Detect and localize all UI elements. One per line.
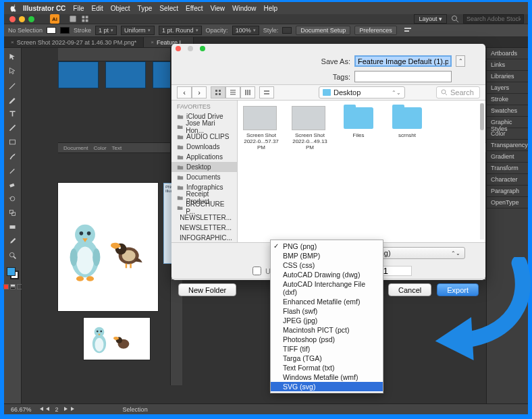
sidebar-item[interactable]: NEWSLETTER... <box>171 213 237 223</box>
preferences-button[interactable]: Preferences <box>354 26 397 35</box>
panel-opentype[interactable]: OpenType <box>487 197 528 208</box>
location-dropdown[interactable]: Desktop ⌃⌄ <box>319 86 405 99</box>
sidebar-item[interactable]: Documents <box>171 172 237 182</box>
back-icon[interactable]: ‹ <box>177 86 192 99</box>
panel-graphic-styles[interactable]: Graphic Styles <box>487 117 528 128</box>
stroke-weight-dropdown[interactable]: 1 pt <box>95 26 117 35</box>
arrange-icon[interactable] <box>81 15 89 23</box>
prev-icon[interactable] <box>45 406 51 412</box>
file-item[interactable]: Files <box>340 106 377 138</box>
dialog-close-icon[interactable] <box>176 46 181 51</box>
panel-swatches[interactable]: Swatches <box>487 105 528 117</box>
nav-back-forward[interactable]: ‹ › <box>177 86 207 99</box>
tab-0[interactable]: ×Screen Shot 2022-09-27 at 1.46.30 PM.pn… <box>4 37 144 47</box>
use-artboards-checkbox[interactable] <box>252 267 261 275</box>
line-tool[interactable] <box>6 121 20 134</box>
dialog-zoom-icon[interactable] <box>200 46 205 51</box>
panel-paragraph[interactable]: Paragraph <box>487 186 528 197</box>
range-input[interactable] <box>382 266 412 276</box>
format-menu-item[interactable]: Photoshop (psd) <box>271 335 383 344</box>
zoom-level[interactable]: 66.67% <box>11 406 32 413</box>
rotate-tool[interactable] <box>6 192 20 204</box>
zoom-icon[interactable] <box>28 16 34 22</box>
type-tool[interactable] <box>6 107 20 119</box>
panel-artboards[interactable]: Artboards <box>487 48 528 59</box>
artboard-nav[interactable]: 2 <box>38 406 76 413</box>
sidebar-item[interactable]: Downloads <box>171 142 237 152</box>
format-menu-item[interactable]: SVG (svg) <box>271 382 383 391</box>
panel-character[interactable]: Character <box>487 174 528 186</box>
panel-libraries[interactable]: Libraries <box>487 71 528 82</box>
sidebar-item[interactable]: INFOGRAPHIC... <box>171 233 237 242</box>
format-menu-item[interactable]: Text Format (txt) <box>271 363 383 372</box>
scale-tool[interactable] <box>6 206 20 219</box>
pen-tool[interactable] <box>6 93 20 105</box>
format-menu-item[interactable]: AutoCAD Drawing (dwg) <box>271 270 383 279</box>
menu-type[interactable]: Type <box>138 5 153 12</box>
group-dropdown[interactable] <box>259 86 274 99</box>
format-menu-item[interactable]: TIFF (tif) <box>271 344 383 354</box>
icon-view-icon[interactable] <box>211 86 225 99</box>
close-tab-icon[interactable]: × <box>151 39 154 45</box>
tags-input[interactable] <box>354 71 452 82</box>
stroke-swatch[interactable] <box>60 27 70 34</box>
export-button[interactable]: Export <box>437 283 479 296</box>
scrollbar[interactable] <box>480 103 484 240</box>
artboard-thumb[interactable] <box>105 61 146 88</box>
menu-edit[interactable]: Edit <box>91 5 103 12</box>
menu-window[interactable]: Window <box>232 5 257 12</box>
format-menu[interactable]: ✓PNG (png)BMP (BMP)CSS (css)AutoCAD Draw… <box>270 240 383 393</box>
fill-stroke-indicator[interactable] <box>7 267 19 279</box>
file-item[interactable]: scrnsht <box>389 106 425 138</box>
file-browser-pane[interactable]: Screen Shot 2022-0...57.37 PMScreen Shot… <box>238 101 485 242</box>
menu-object[interactable]: Object <box>111 5 130 12</box>
bridge-icon[interactable] <box>69 15 77 23</box>
format-menu-item[interactable]: Flash (swf) <box>271 306 383 316</box>
format-menu-item[interactable]: CSS (css) <box>271 260 383 270</box>
panel-gradient[interactable]: Gradient <box>487 151 528 163</box>
align-icon[interactable] <box>404 26 412 34</box>
first-icon[interactable] <box>38 406 44 412</box>
format-menu-item[interactable]: AutoCAD Interchange File (dxf) <box>271 279 383 297</box>
stock-search-input[interactable] <box>463 14 524 24</box>
minimize-icon[interactable] <box>19 16 25 22</box>
file-item[interactable]: Screen Shot 2022-0...57.37 PM <box>243 106 280 151</box>
finder-search-input[interactable]: Search <box>436 86 480 99</box>
artboard-main[interactable] <box>58 183 158 311</box>
eyedropper-tool[interactable] <box>6 235 20 247</box>
sidebar-item[interactable]: Desktop <box>171 162 237 172</box>
format-menu-item[interactable]: Windows Metafile (wmf) <box>271 372 383 382</box>
sidebar-item[interactable]: Applications <box>171 152 237 162</box>
gradient-tool[interactable] <box>6 221 20 233</box>
next-icon[interactable] <box>63 406 68 412</box>
format-menu-item[interactable]: Enhanced Metafile (emf) <box>271 297 383 306</box>
panel-transform[interactable]: Transform <box>487 163 528 174</box>
panel-links[interactable]: Links <box>487 59 528 71</box>
format-menu-item[interactable]: ✓PNG (png) <box>271 242 383 251</box>
artboard-thumb[interactable] <box>58 61 99 88</box>
brush-dropdown[interactable]: 1 pt. Round <box>159 26 202 35</box>
sidebar-item[interactable]: Jose Mari Hon... <box>171 121 237 132</box>
selection-tool[interactable] <box>6 51 20 63</box>
zoom-tool[interactable] <box>6 249 20 261</box>
list-view-icon[interactable] <box>225 86 240 99</box>
artboard-thumb-small[interactable] <box>84 318 150 360</box>
eraser-tool[interactable] <box>6 178 20 190</box>
sidebar-item[interactable]: BROCHURE P... <box>171 202 237 213</box>
menu-effect[interactable]: Effect <box>186 5 203 12</box>
format-menu-item[interactable]: JPEG (jpg) <box>271 316 383 325</box>
style-swatch[interactable] <box>282 27 292 34</box>
column-view-icon[interactable] <box>240 86 255 99</box>
filename-input[interactable] <box>354 55 452 67</box>
new-folder-button[interactable]: New Folder <box>178 283 236 296</box>
menu-file[interactable]: File <box>73 5 84 12</box>
expand-toggle[interactable]: ⌃ <box>456 55 465 67</box>
direct-selection-tool[interactable] <box>6 65 20 77</box>
file-item[interactable]: Screen Shot 2022-0...49.13 PM <box>292 106 328 151</box>
brush-tool[interactable] <box>6 150 20 162</box>
format-menu-item[interactable]: Macintosh PICT (pct) <box>271 325 383 335</box>
stroke-profile-dropdown[interactable]: Uniform <box>121 26 155 35</box>
fill-swatch[interactable] <box>47 27 56 34</box>
opacity-dropdown[interactable]: 100% <box>232 26 259 35</box>
format-menu-item[interactable]: BMP (BMP) <box>271 251 383 260</box>
